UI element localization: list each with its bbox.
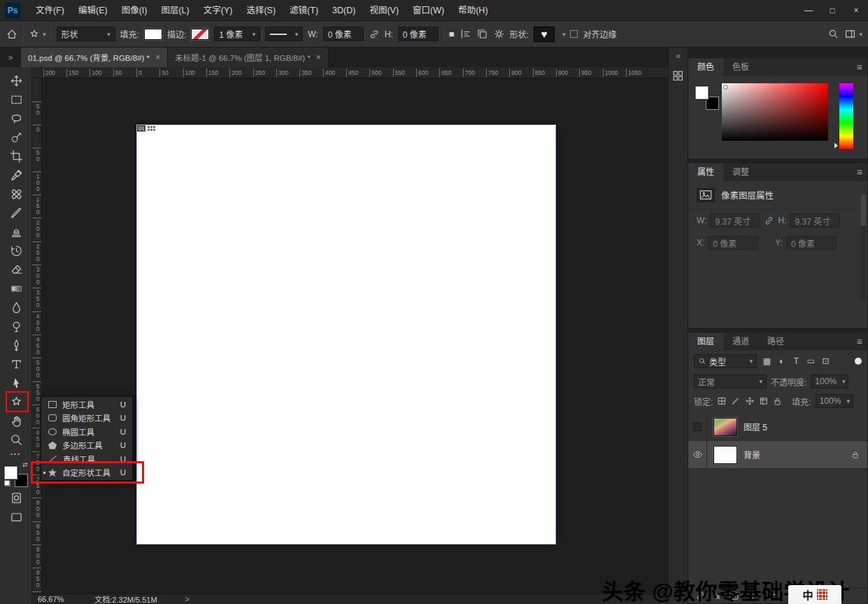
- type-tool[interactable]: [0, 355, 32, 374]
- tab-close-button[interactable]: ×: [316, 52, 321, 62]
- document-tab-1[interactable]: 未标题-1 @ 66.7% (图层 1, RGB/8#) *×: [168, 48, 329, 67]
- maximize-button[interactable]: □: [820, 0, 844, 21]
- prop-w-value[interactable]: 9.37 英寸: [710, 213, 760, 227]
- toolbar-expand-chevron[interactable]: »: [0, 48, 21, 67]
- screen-mode-button[interactable]: [0, 507, 32, 526]
- menubar-item-6[interactable]: 滤镜(T): [283, 0, 325, 21]
- home-icon[interactable]: [6, 28, 18, 41]
- layer-row-0[interactable]: 图层 5: [688, 413, 867, 441]
- lock-artboard-icon[interactable]: [759, 396, 769, 406]
- default-colors-icon[interactable]: [4, 480, 10, 486]
- saturation-brightness-field[interactable]: [722, 83, 828, 141]
- link-dimensions-icon[interactable]: [369, 29, 380, 40]
- shape-picker-caret-icon[interactable]: ▾: [562, 31, 566, 38]
- pen-tool[interactable]: [0, 336, 32, 355]
- flyout-item-rect-tool[interactable]: 矩形工具U: [41, 398, 132, 412]
- collapsed-panel-grid-icon[interactable]: [669, 70, 688, 82]
- edit-toolbar-ellipsis-icon[interactable]: •••: [0, 449, 31, 459]
- color-swatches-widget[interactable]: ⇄: [4, 462, 28, 487]
- status-chevron-icon[interactable]: >: [185, 595, 190, 603]
- stroke-style-select[interactable]: ▾: [265, 27, 303, 41]
- menubar-item-9[interactable]: 窗口(W): [406, 0, 451, 21]
- prop-h-value[interactable]: 9.37 英寸: [790, 213, 840, 227]
- menubar-item-7[interactable]: 3D(D): [325, 0, 362, 21]
- menubar-item-2[interactable]: 图像(I): [115, 0, 155, 21]
- path-arrangement-icon[interactable]: [476, 28, 488, 40]
- layer-visibility-toggle[interactable]: [688, 413, 707, 440]
- zoom-level-value[interactable]: 66.67%: [38, 595, 64, 603]
- tool-mode-select[interactable]: 形状▾: [57, 27, 115, 41]
- path-selection-tool[interactable]: [0, 374, 32, 393]
- filter-adjustment-layers-icon[interactable]: ◐: [776, 356, 788, 366]
- blur-tool[interactable]: [0, 298, 32, 317]
- move-tool[interactable]: [0, 71, 32, 90]
- stroke-color-swatch[interactable]: [191, 29, 209, 40]
- shape-settings-gear-icon[interactable]: [493, 28, 505, 40]
- eraser-tool[interactable]: [0, 260, 32, 279]
- gradient-tool[interactable]: [0, 279, 32, 298]
- quick-selection-tool[interactable]: [0, 128, 32, 147]
- properties-panel-tab-0[interactable]: 属性: [688, 163, 723, 181]
- filter-smart-objects-icon[interactable]: ⊡: [820, 356, 832, 366]
- zoom-tool[interactable]: [0, 430, 32, 449]
- layer-visibility-eye-icon[interactable]: [688, 441, 707, 468]
- close-button[interactable]: ×: [844, 0, 868, 21]
- layer-row-1[interactable]: 背景: [688, 441, 867, 469]
- menubar-item-5[interactable]: 选择(S): [239, 0, 283, 21]
- opacity-select[interactable]: 100%▾: [811, 374, 848, 388]
- tool-preset-picker[interactable]: ▾: [29, 29, 46, 40]
- fill-color-swatch[interactable]: [144, 29, 162, 40]
- shape-height-input[interactable]: 0 像素: [398, 27, 439, 41]
- menubar-item-3[interactable]: 图层(L): [154, 0, 196, 21]
- document-tab-0[interactable]: 01.psd @ 66.7% (背景, RGB/8#) *×: [21, 48, 168, 67]
- foreground-color-swatch[interactable]: [695, 86, 709, 99]
- layers-panel-tab-2[interactable]: 路径: [758, 332, 793, 351]
- properties-scrollbar[interactable]: [861, 194, 866, 299]
- prop-x-value[interactable]: 0 像素: [708, 236, 758, 250]
- properties-panel-tab-1[interactable]: 调整: [723, 163, 758, 181]
- search-icon[interactable]: [827, 28, 839, 40]
- hand-tool[interactable]: [0, 412, 32, 430]
- path-operations-icon[interactable]: ■: [449, 29, 455, 39]
- crop-tool[interactable]: [0, 147, 32, 166]
- menubar-item-1[interactable]: 编辑(E): [71, 0, 115, 21]
- color-panel-tab-0[interactable]: 颜色: [688, 58, 723, 76]
- menubar-item-8[interactable]: 视图(V): [362, 0, 406, 21]
- panel-menu-icon[interactable]: ≡: [857, 163, 862, 181]
- swap-colors-icon[interactable]: ⇄: [22, 462, 28, 468]
- align-edges-checkbox[interactable]: [570, 30, 578, 38]
- color-panel-swatches[interactable]: [695, 86, 719, 110]
- canvas-area[interactable]: 2001501005005010015020025030035040045050…: [32, 67, 668, 594]
- flyout-item-ellipse-tool[interactable]: 椭圆工具U: [41, 425, 132, 439]
- panels-collapse-chevron[interactable]: «: [669, 48, 688, 64]
- hue-slider[interactable]: [839, 83, 853, 149]
- color-panel-tab-1[interactable]: 色板: [723, 58, 758, 76]
- tab-close-button[interactable]: ×: [155, 52, 160, 62]
- eyedropper-tool[interactable]: [0, 166, 32, 185]
- lasso-tool[interactable]: [0, 109, 32, 128]
- path-alignment-icon[interactable]: [460, 28, 471, 40]
- shape-width-input[interactable]: 0 像素: [323, 27, 364, 41]
- flyout-item-rounded-rect-tool[interactable]: 圆角矩形工具U: [41, 412, 132, 426]
- clone-stamp-tool[interactable]: [0, 223, 32, 241]
- dodge-tool[interactable]: [0, 317, 32, 336]
- layers-panel-tab-0[interactable]: 图层: [688, 332, 723, 351]
- lock-all-icon[interactable]: [773, 397, 782, 406]
- brush-tool[interactable]: [0, 204, 32, 223]
- fill-opacity-select[interactable]: 100%▾: [816, 394, 853, 408]
- rectangular-marquee-tool[interactable]: [0, 90, 32, 109]
- minimize-button[interactable]: —: [797, 0, 820, 21]
- document-canvas[interactable]: [136, 125, 556, 545]
- link-dimensions-icon[interactable]: [764, 216, 774, 226]
- hue-slider-marker[interactable]: [834, 143, 838, 148]
- workspace-switcher-icon[interactable]: ▾: [844, 28, 862, 40]
- color-picker-marker[interactable]: [723, 85, 728, 90]
- menubar-item-4[interactable]: 文字(Y): [197, 0, 240, 21]
- filter-shape-layers-icon[interactable]: ▭: [805, 356, 817, 366]
- panel-menu-icon[interactable]: ≡: [857, 332, 862, 351]
- layer-filter-type-select[interactable]: 类型 ▾: [694, 354, 757, 368]
- spot-healing-brush-tool[interactable]: [0, 185, 32, 204]
- filter-type-layers-icon[interactable]: T: [790, 356, 802, 366]
- quick-mask-mode-button[interactable]: [0, 489, 32, 507]
- filter-pixel-layers-icon[interactable]: ▦: [761, 356, 773, 366]
